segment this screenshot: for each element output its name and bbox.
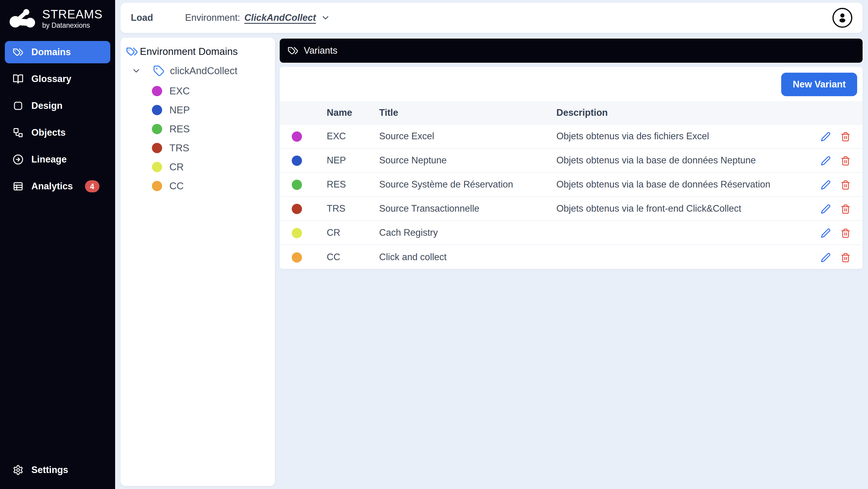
sidebar-menu: Domains Glossary Design	[0, 37, 115, 197]
variants-table: Name Title Description EXC Source Excel …	[280, 101, 863, 269]
tags-icon	[126, 45, 138, 58]
pencil-icon	[821, 204, 831, 214]
blocks-icon	[13, 127, 24, 138]
tree-leaf-cr[interactable]: CR	[152, 157, 272, 176]
variants-section: Variants New Variant Name Title Descript…	[280, 39, 863, 269]
table-row: RES Source Système de Réservation Objets…	[280, 173, 863, 196]
domain-color-dot	[152, 86, 162, 96]
variant-title: Source Excel	[379, 124, 556, 148]
sidebar-item-analytics[interactable]: Analytics 4	[5, 175, 110, 197]
tree-leaf-label: TRS	[169, 142, 189, 154]
variant-name: CC	[327, 245, 379, 269]
variant-description: Objets obtenus via des fichiers Excel	[556, 124, 811, 148]
table-header-row: Name Title Description	[280, 101, 863, 124]
tags-icon	[13, 47, 24, 58]
tree-leaf-trs[interactable]: TRS	[152, 139, 272, 157]
tree-leaf-cc[interactable]: CC	[152, 176, 272, 195]
delete-button[interactable]	[841, 228, 850, 238]
trash-icon	[841, 253, 850, 263]
delete-button[interactable]	[841, 204, 850, 214]
gear-icon	[13, 465, 24, 476]
name-column-header: Name	[327, 101, 379, 124]
load-button[interactable]: Load	[131, 12, 153, 23]
variant-color-dot	[292, 180, 302, 190]
app-window: STREAMS by Datanexions Domains	[0, 0, 868, 489]
pencil-icon	[821, 132, 831, 142]
tree-node-label: clickAndCollect	[170, 65, 238, 77]
sidebar-item-label: Analytics	[31, 181, 73, 192]
environment-value: ClickAndCollect	[244, 12, 316, 23]
variant-description	[556, 221, 811, 245]
variant-description: Objets obtenus via la base de données Ne…	[556, 148, 811, 173]
tree-leaf-res[interactable]: RES	[152, 119, 272, 139]
variant-title: Source Système de Réservation	[379, 173, 556, 196]
sidebar-item-glossary[interactable]: Glossary	[5, 68, 110, 90]
trash-icon	[841, 132, 850, 142]
topbar: Load Environment: ClickAndCollect	[121, 3, 863, 33]
sidebar-item-label: Lineage	[31, 154, 67, 165]
delete-button[interactable]	[841, 132, 850, 142]
tree-leaf-label: CR	[169, 161, 184, 173]
variant-color-dot	[292, 252, 302, 263]
user-avatar-button[interactable]	[832, 8, 852, 28]
description-column-header: Description	[556, 101, 811, 124]
new-variant-button[interactable]: New Variant	[781, 73, 857, 96]
pencil-icon	[821, 156, 831, 166]
streams-logo-icon	[9, 8, 37, 29]
table-row: CR Cach Registry	[280, 221, 863, 245]
tree-node-clickandcollect[interactable]: clickAndCollect	[131, 65, 272, 77]
tags-icon	[287, 45, 299, 56]
tree-leaf-label: RES	[169, 123, 190, 135]
sidebar-item-label: Domains	[31, 47, 71, 58]
variants-title: Variants	[304, 45, 337, 56]
variant-color-dot	[292, 131, 302, 142]
edit-button[interactable]	[821, 204, 831, 214]
tree-leaf-exc[interactable]: EXC	[152, 82, 272, 100]
actions-column-header	[811, 101, 863, 124]
pencil-icon	[821, 253, 831, 263]
edit-button[interactable]	[821, 180, 831, 190]
environment-domains-panel: Environment Domains clickAndCollect EXC	[121, 38, 275, 486]
variant-name: CR	[327, 221, 379, 245]
tree-leaf-nep[interactable]: NEP	[152, 100, 272, 119]
sidebar-item-settings[interactable]: Settings	[5, 459, 110, 481]
variant-description: Objets obtenus via le front-end Click&Co…	[556, 196, 811, 221]
variants-toolbar: New Variant	[280, 67, 863, 101]
square-icon	[13, 100, 24, 111]
book-open-icon	[13, 73, 24, 84]
domain-color-dot	[152, 162, 162, 172]
brand-logo: STREAMS by Datanexions	[0, 0, 115, 37]
delete-button[interactable]	[841, 253, 850, 263]
edit-button[interactable]	[821, 228, 831, 238]
sidebar-item-label: Glossary	[31, 73, 71, 84]
variant-description: Objets obtenus via la base de données Ré…	[556, 173, 811, 196]
pencil-icon	[821, 228, 831, 238]
sidebar-item-lineage[interactable]: Lineage	[5, 148, 110, 171]
table-row: NEP Source Neptune Objets obtenus via la…	[280, 148, 863, 173]
environment-dropdown[interactable]: ClickAndCollect	[244, 12, 331, 23]
delete-button[interactable]	[841, 156, 850, 166]
edit-button[interactable]	[821, 132, 831, 142]
sidebar-item-objects[interactable]: Objects	[5, 122, 110, 144]
edit-button[interactable]	[821, 156, 831, 166]
variant-color-dot	[292, 204, 302, 214]
sidebar-item-domains[interactable]: Domains	[5, 41, 110, 63]
delete-button[interactable]	[841, 180, 850, 190]
user-icon	[835, 10, 849, 25]
brand-name: STREAMS	[42, 8, 102, 21]
table-row: EXC Source Excel Objets obtenus via des …	[280, 124, 863, 148]
sidebar-item-design[interactable]: Design	[5, 95, 110, 117]
chevron-down-icon[interactable]	[131, 66, 141, 76]
tree-leaf-label: NEP	[169, 104, 190, 116]
domain-color-dot	[152, 143, 162, 153]
pencil-icon	[821, 180, 831, 190]
trash-icon	[841, 204, 850, 214]
edit-button[interactable]	[821, 253, 831, 263]
domain-color-dot	[152, 181, 162, 191]
sidebar-item-label: Settings	[31, 465, 68, 476]
sidebar-item-label: Design	[31, 100, 62, 111]
title-column-header: Title	[379, 101, 556, 124]
table-row: TRS Source Transactionnelle Objets obten…	[280, 196, 863, 221]
variant-title: Source Transactionnelle	[379, 196, 556, 221]
color-column-header	[280, 101, 327, 124]
